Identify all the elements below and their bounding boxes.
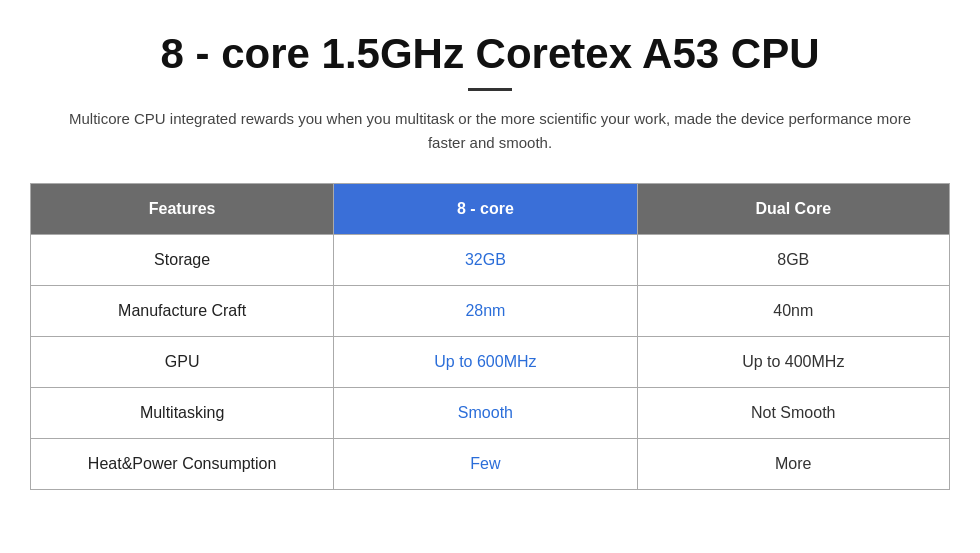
subtitle: Multicore CPU integrated rewards you whe… (60, 107, 920, 155)
feature-label: Heat&Power Consumption (31, 439, 334, 490)
feature-label: Multitasking (31, 388, 334, 439)
header-8core: 8 - core (334, 184, 637, 235)
page-title: 8 - core 1.5GHz Coretex A53 CPU (160, 30, 819, 78)
value-dual: 8GB (637, 235, 949, 286)
value-dual: Up to 400MHz (637, 337, 949, 388)
feature-label: Manufacture Craft (31, 286, 334, 337)
value-dual: More (637, 439, 949, 490)
value-8core: 28nm (334, 286, 637, 337)
value-dual: 40nm (637, 286, 949, 337)
value-dual: Not Smooth (637, 388, 949, 439)
value-8core: Smooth (334, 388, 637, 439)
table-row: Storage32GB8GB (31, 235, 950, 286)
table-row: Heat&Power ConsumptionFewMore (31, 439, 950, 490)
value-8core: Up to 600MHz (334, 337, 637, 388)
feature-label: GPU (31, 337, 334, 388)
comparison-table: Features 8 - core Dual Core Storage32GB8… (30, 183, 950, 490)
table-row: GPUUp to 600MHzUp to 400MHz (31, 337, 950, 388)
value-8core: 32GB (334, 235, 637, 286)
table-row: Manufacture Craft28nm40nm (31, 286, 950, 337)
table-row: MultitaskingSmoothNot Smooth (31, 388, 950, 439)
header-features: Features (31, 184, 334, 235)
feature-label: Storage (31, 235, 334, 286)
title-divider (468, 88, 512, 91)
table-header-row: Features 8 - core Dual Core (31, 184, 950, 235)
value-8core: Few (334, 439, 637, 490)
header-dual: Dual Core (637, 184, 949, 235)
